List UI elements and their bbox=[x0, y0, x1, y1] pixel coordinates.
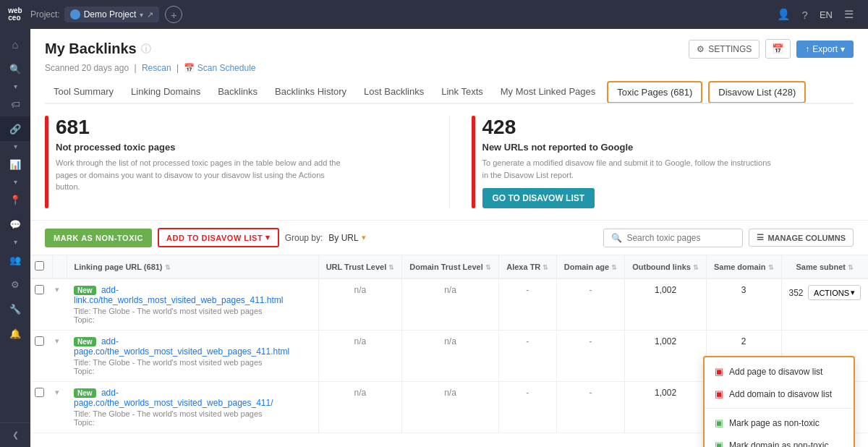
row1-actions-button[interactable]: ACTIONS ▾ bbox=[808, 285, 861, 300]
sidebar-expand-3[interactable]: ▾ bbox=[0, 176, 30, 187]
sidebar-expand-2[interactable]: ▾ bbox=[0, 141, 30, 152]
scan-schedule-link[interactable]: 📅 Scan Schedule bbox=[184, 63, 255, 73]
col-same-subnet: Same subnet ⇅ bbox=[781, 255, 868, 278]
project-selector[interactable]: Demo Project ▾ ↗ bbox=[64, 7, 160, 22]
project-label: Project: bbox=[30, 9, 60, 20]
sidebar-tools[interactable]: 🔧 bbox=[0, 297, 30, 321]
mark-page-icon: ▣ bbox=[715, 417, 723, 428]
context-menu-item-add-domain[interactable]: ▣ Add domain to disavow list bbox=[705, 383, 854, 405]
col-domain-age: Domain age ⇅ bbox=[556, 255, 624, 278]
stat-card-2: 428 New URLs not reported to Google To g… bbox=[457, 116, 854, 208]
mark-non-toxic-button[interactable]: MARK AS NON-TOXIC bbox=[45, 229, 152, 247]
calendar-small-icon: 📅 bbox=[184, 63, 195, 73]
row2-checkbox[interactable] bbox=[35, 336, 44, 346]
row3-expand[interactable]: ▾ bbox=[52, 382, 67, 433]
tab-lost-backlinks[interactable]: Lost Backlinks bbox=[355, 80, 433, 104]
stat-card-1: 681 Not processed toxic pages Work throu… bbox=[45, 116, 442, 208]
sidebar-tag[interactable]: 🏷 bbox=[0, 92, 30, 116]
row3-domain-trust: n/a bbox=[402, 382, 499, 433]
col-alexa-sort[interactable]: ⇅ bbox=[542, 264, 548, 271]
calendar-icon: 📅 bbox=[772, 43, 784, 54]
row1-checkbox[interactable] bbox=[35, 285, 44, 294]
tab-link-texts[interactable]: Link Texts bbox=[433, 80, 492, 104]
row1-domain-trust: n/a bbox=[402, 278, 499, 331]
tab-linking-domains[interactable]: Linking Domains bbox=[122, 80, 209, 104]
row3-url[interactable]: add-page.co/the_worlds_most_visited_web_… bbox=[74, 388, 273, 408]
col-url-sort[interactable]: ⇅ bbox=[165, 264, 171, 271]
manage-columns-button[interactable]: ☰ MANAGE COLUMNS bbox=[749, 229, 854, 247]
row1-checkbox-cell bbox=[30, 278, 52, 331]
sidebar-location[interactable]: 📍 bbox=[0, 187, 30, 212]
context-menu-item-mark-page[interactable]: ▣ Mark page as non-toxic bbox=[705, 412, 854, 434]
row2-url-cell: New add-page.co/the_worlds_most_visited_… bbox=[67, 331, 318, 382]
row3-url-cell: New add-page.co/the_worlds_most_visited_… bbox=[67, 382, 318, 433]
rescan-link[interactable]: Rescan bbox=[142, 63, 171, 73]
sidebar-collapse[interactable]: ❮ bbox=[0, 422, 30, 447]
sidebar-search[interactable]: 🔍 bbox=[0, 56, 30, 81]
search-input[interactable] bbox=[626, 233, 735, 243]
col-domain-sort[interactable]: ⇅ bbox=[485, 264, 491, 271]
context-menu-item-mark-domain[interactable]: ▣ Mark domain as non-toxic bbox=[705, 434, 854, 447]
go-disavow-button[interactable]: GO TO DISAVOW LIST bbox=[482, 188, 595, 208]
stat-number-2: 428 bbox=[482, 116, 772, 139]
search-box[interactable]: 🔍 bbox=[603, 229, 743, 247]
export-button[interactable]: ↑ Export ▾ bbox=[796, 41, 854, 58]
col-alexa: Alexa TR ⇅ bbox=[498, 255, 556, 278]
sidebar-link[interactable]: 🔗 bbox=[0, 116, 30, 141]
tab-disavow-list[interactable]: Disavow List (428) bbox=[708, 81, 806, 103]
add-project-button[interactable]: + bbox=[165, 6, 182, 23]
col-trust-sort[interactable]: ⇅ bbox=[388, 264, 394, 271]
row1-url[interactable]: add-link.co/the_worlds_most_visited_web_… bbox=[74, 285, 284, 305]
sidebar-team[interactable]: 👥 bbox=[0, 247, 30, 272]
calendar-button[interactable]: 📅 bbox=[765, 39, 791, 59]
group-by-selector[interactable]: By URL ▾ bbox=[328, 233, 365, 243]
row3-checkbox[interactable] bbox=[35, 388, 44, 397]
sidebar-chart[interactable]: 📊 bbox=[0, 152, 30, 176]
row2-domain-age: - bbox=[556, 331, 624, 382]
add-disavow-button[interactable]: ADD TO DISAVOW LIST ▾ bbox=[158, 228, 279, 247]
row2-expand[interactable]: ▾ bbox=[52, 331, 67, 382]
page-help-icon[interactable]: ⓘ bbox=[141, 43, 151, 56]
settings-button[interactable]: ⚙ SETTINGS bbox=[689, 40, 760, 59]
col-age-sort[interactable]: ⇅ bbox=[611, 264, 617, 271]
project-dropdown-icon: ▾ bbox=[140, 11, 143, 19]
tab-most-linked[interactable]: My Most Linked Pages bbox=[492, 80, 605, 104]
sidebar-settings-icon[interactable]: ⚙ bbox=[0, 272, 30, 297]
language-selector[interactable]: EN bbox=[820, 9, 833, 20]
col-subnet-sort[interactable]: ⇅ bbox=[848, 264, 854, 271]
row3-topic: Topic: bbox=[74, 418, 311, 427]
row2-title: Title: The Globe - The world's most visi… bbox=[74, 358, 311, 367]
sidebar-expand-1[interactable]: ▾ bbox=[0, 81, 30, 92]
disavow-domain-icon: ▣ bbox=[715, 388, 723, 399]
tab-backlinks[interactable]: Backlinks bbox=[209, 80, 266, 104]
col-outbound-sort[interactable]: ⇅ bbox=[693, 264, 699, 271]
row1-expand[interactable]: ▾ bbox=[52, 278, 67, 331]
select-all-checkbox[interactable] bbox=[35, 261, 44, 271]
row3-badge: New bbox=[74, 388, 96, 398]
col-url: Linking page URL (681) ⇅ bbox=[67, 255, 318, 278]
stat-number-1: 681 bbox=[56, 116, 345, 139]
menu-nav-icon[interactable]: ☰ bbox=[844, 8, 854, 21]
group-by-dropdown-icon: ▾ bbox=[362, 233, 366, 242]
tab-backlinks-history[interactable]: Backlinks History bbox=[266, 80, 355, 104]
sidebar-bell[interactable]: 🔔 bbox=[0, 321, 30, 346]
row1-alexa: - bbox=[498, 278, 556, 331]
tabs-container: Tool Summary Linking Domains Backlinks B… bbox=[45, 80, 854, 104]
context-menu-item-add-page[interactable]: ▣ Add page to disavow list bbox=[705, 360, 854, 383]
row1-url-cell: New add-link.co/the_worlds_most_visited_… bbox=[67, 278, 318, 331]
row1-outbound: 1,002 bbox=[625, 278, 707, 331]
row3-url-trust: n/a bbox=[318, 382, 402, 433]
sidebar-expand-4[interactable]: ▾ bbox=[0, 237, 30, 247]
help-nav-icon[interactable]: ? bbox=[802, 9, 808, 21]
col-same-domain-sort[interactable]: ⇅ bbox=[768, 264, 774, 271]
sidebar-chat[interactable]: 💬 bbox=[0, 212, 30, 237]
row2-domain-trust: n/a bbox=[402, 331, 499, 382]
tab-toxic-pages[interactable]: Toxic Pages (681) bbox=[607, 81, 702, 103]
export-icon: ↑ bbox=[805, 44, 809, 54]
users-nav-icon[interactable]: 👤 bbox=[777, 8, 791, 21]
tab-tool-summary[interactable]: Tool Summary bbox=[45, 80, 122, 104]
stat-bar-2 bbox=[472, 116, 475, 208]
row2-url[interactable]: add-page.co/the_worlds_most_visited_web_… bbox=[74, 336, 289, 357]
sidebar-home[interactable]: ⌂ bbox=[0, 32, 30, 56]
row3-domain-age: - bbox=[556, 382, 624, 433]
